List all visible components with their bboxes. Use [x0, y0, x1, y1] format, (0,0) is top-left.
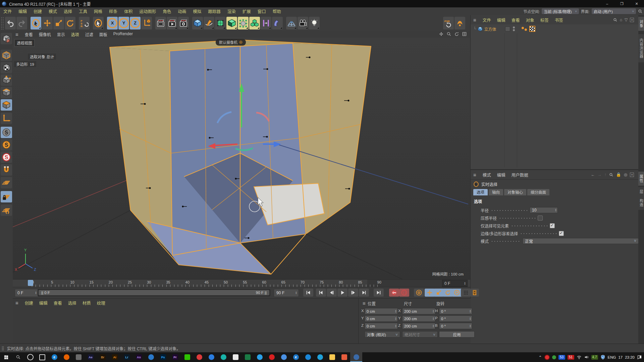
point-mode-button[interactable]	[1, 74, 12, 86]
prev-key-button[interactable]	[316, 289, 326, 297]
prev-frame-button[interactable]	[327, 289, 337, 297]
taskbar-thunder-icon[interactable]	[302, 352, 314, 362]
undo-button[interactable]	[5, 17, 16, 29]
subdivision-surface-button[interactable]	[215, 17, 226, 29]
taskbar-animate-icon[interactable]: An	[133, 352, 145, 362]
am-add-icon[interactable]: +	[630, 173, 634, 177]
am-back-icon[interactable]: ←	[591, 172, 595, 177]
taskbar-lightroom-icon[interactable]: Lr	[121, 352, 133, 362]
menu-item-2[interactable]: 创建	[30, 8, 45, 14]
close-button[interactable]: ✕	[629, 0, 644, 7]
menu-item-8[interactable]: 体积	[121, 8, 136, 14]
viewport-menu-3[interactable]: 选项	[68, 32, 82, 37]
viewport-solo-button[interactable]	[454, 17, 465, 29]
clock[interactable]: 23:20	[625, 355, 635, 359]
workplane-button[interactable]	[1, 177, 12, 188]
add-cube-button[interactable]	[192, 17, 203, 29]
viewport-3d-scene[interactable]: Y X Z	[13, 38, 470, 279]
material-menu-icon[interactable]: ≡	[15, 300, 18, 306]
object-row-cube[interactable]: └ 立方体	[471, 25, 639, 33]
language-indicator[interactable]: ENG	[608, 355, 616, 359]
taskbar-media-app-icon[interactable]	[72, 352, 85, 362]
tray-badge-red[interactable]: 51	[568, 355, 574, 360]
field-input-0[interactable]: 10▲▼	[530, 207, 558, 213]
coord-field-2-0[interactable]: 0 °▲▼	[439, 308, 472, 314]
menu-item-9[interactable]: 运动图形	[136, 8, 159, 14]
axis-mode-button[interactable]	[1, 113, 12, 124]
om-menu-5[interactable]: 书签	[552, 17, 566, 23]
goto-end-button[interactable]	[374, 289, 384, 297]
taskbar-browser-icon[interactable]	[205, 352, 217, 362]
object-edit-toggle[interactable]	[505, 26, 510, 32]
taskbar-qq-icon[interactable]	[254, 352, 266, 362]
coord-field-1-0[interactable]: 200 cm▲▼	[402, 308, 435, 314]
object-enable-dots[interactable]	[522, 27, 527, 31]
interface-dropdown[interactable]: 启动 (用户)˅	[592, 8, 636, 14]
menu-item-5[interactable]: 工具	[75, 8, 91, 14]
am-lock-icon[interactable]: 🔒	[616, 172, 621, 177]
viewport-menu-1[interactable]: 摄像机	[36, 32, 54, 37]
taskbar-cinema-4d-icon[interactable]	[350, 352, 362, 362]
lock-y-button[interactable]: Y	[118, 17, 129, 29]
date-indicator[interactable]: 17	[618, 355, 623, 359]
material-menu-0[interactable]: 创建	[22, 300, 36, 306]
coord-field-1-1[interactable]: 200 cm▲▼	[402, 315, 435, 322]
side-tab-构造[interactable]: 构造	[638, 196, 644, 210]
material-manager[interactable]: ≡ 创建编辑查看选择材质纹理	[13, 298, 358, 344]
coord-dropdown-0[interactable]: 对象 (相对)˅	[365, 331, 400, 338]
material-menu-3[interactable]: 选择	[65, 300, 79, 306]
redo-button[interactable]	[16, 17, 27, 29]
current-frame-marker[interactable]	[28, 280, 33, 286]
section-header-row[interactable]: 选项	[471, 198, 639, 204]
timeline-ruler[interactable]: 051015202530354045505560657075808590 0 F…	[13, 279, 470, 287]
record-range-button[interactable]	[399, 289, 409, 297]
viewport-zoom-icon[interactable]	[446, 32, 451, 37]
goto-start-button[interactable]	[303, 289, 313, 297]
taskbar-photoshop-express-icon[interactable]	[145, 352, 157, 362]
menu-item-10[interactable]: 角色	[159, 8, 174, 14]
taskbar-premiere-icon[interactable]: Pr	[169, 352, 181, 362]
enable-snap-button[interactable]	[1, 127, 12, 138]
field-select-4[interactable]: 正常˅	[523, 238, 639, 244]
material-menu-4[interactable]: 材质	[79, 300, 94, 306]
om-menu-4[interactable]: 标签	[537, 17, 552, 23]
play-button[interactable]	[337, 289, 347, 297]
taskbar-firefox-icon[interactable]	[60, 352, 72, 362]
viewport-menu-6[interactable]: ProRender	[110, 32, 136, 37]
floor-button[interactable]	[286, 17, 297, 29]
om-filter-icon[interactable]: ▽	[625, 17, 628, 22]
taskbar-chrome-icon[interactable]	[278, 352, 290, 362]
taskbar-netease-music-icon[interactable]	[193, 352, 205, 362]
material-menu-1[interactable]: 编辑	[36, 300, 51, 306]
current-frame-field[interactable]: 0 F ▲▼	[15, 289, 39, 297]
timeline-window-button[interactable]	[470, 289, 479, 297]
side-tab-对象[interactable]: 对象	[638, 17, 644, 31]
am-target-icon[interactable]: ◎	[624, 172, 627, 177]
viewport-menu-5[interactable]: 面板	[96, 32, 110, 37]
preview-range-slider[interactable]: || 0 F 90 F ||	[38, 289, 270, 296]
range-end-label[interactable]: 90 F ||	[256, 291, 267, 295]
keyframe-pla-button[interactable]	[461, 289, 471, 297]
tray-green-app-icon[interactable]	[552, 355, 556, 359]
reset-psr-button[interactable]	[443, 17, 454, 29]
coord-dropdown-1[interactable]: 绝对尺寸˅	[402, 331, 438, 338]
om-menu-2[interactable]: 查看	[508, 17, 523, 23]
magnet-tool-button[interactable]	[1, 164, 12, 176]
attr-tab-轴向[interactable]: 轴向	[489, 189, 503, 195]
maximize-button[interactable]: ❐	[614, 0, 629, 7]
cortana-icon[interactable]	[24, 352, 36, 362]
notification-icon[interactable]	[637, 355, 642, 360]
menu-item-4[interactable]: 选择	[60, 8, 75, 14]
taskbar-calculator-icon[interactable]	[229, 352, 241, 362]
wifi-icon[interactable]	[577, 355, 582, 360]
viewport-rotate-icon[interactable]	[454, 32, 459, 37]
render-view-button[interactable]	[155, 17, 166, 29]
viewport-menu-icon[interactable]: ≡	[15, 32, 18, 37]
start-button[interactable]	[0, 352, 12, 362]
viewport-toggle-icon[interactable]	[462, 32, 467, 37]
viewport-menu-0[interactable]: 查看	[22, 32, 36, 37]
menu-item-16[interactable]: 窗口	[254, 8, 269, 14]
taskbar-spreadsheet-icon[interactable]	[241, 352, 254, 362]
taskbar-qq-music-icon[interactable]	[217, 352, 229, 362]
tray-chevron-icon[interactable]: ⌃	[539, 355, 542, 360]
